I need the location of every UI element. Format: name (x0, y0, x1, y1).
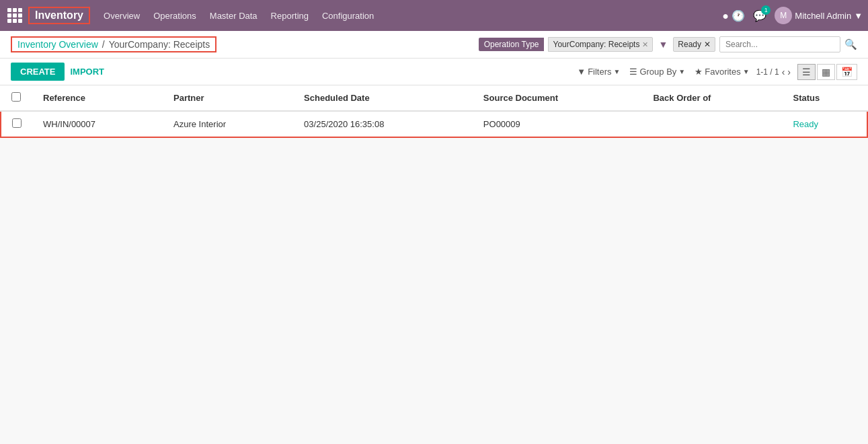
chat-badge: 1 (761, 5, 771, 15)
nav-links: Overview Operations Master Data Reportin… (104, 11, 722, 21)
calendar-view-button[interactable]: 📅 (836, 64, 857, 80)
search-button[interactable]: 🔍 (844, 38, 857, 50)
user-dropdown-icon: ▼ (854, 11, 863, 21)
grid-icon (7, 8, 22, 23)
favorites-caret: ▼ (743, 68, 750, 75)
nav-overview[interactable]: Overview (104, 11, 140, 21)
filter-bar: Operation Type YourCompany: Receipts ✕ ▼… (479, 36, 857, 52)
cell-reference: WH/IN/00007 (32, 111, 163, 137)
table-body: WH/IN/00007 Azure Interior 03/25/2020 16… (1, 111, 867, 137)
chat-icon[interactable]: 💬 1 (753, 9, 766, 22)
col-reference: Reference (32, 85, 163, 111)
group-by-label: Group By (639, 67, 676, 77)
favorites-icon: ★ (695, 67, 703, 77)
navbar: Inventory Overview Operations Master Dat… (0, 0, 868, 31)
operation-type-label: Operation Type (479, 38, 545, 51)
filters-label: Filters (588, 67, 611, 77)
table-row[interactable]: WH/IN/00007 Azure Interior 03/25/2020 16… (1, 111, 867, 137)
cell-partner: Azure Interior (163, 111, 293, 137)
nav-operations[interactable]: Operations (153, 11, 196, 21)
cell-back-order-of (642, 111, 782, 137)
kanban-view-button[interactable]: ▦ (817, 64, 835, 80)
search-input[interactable] (719, 36, 840, 52)
breadcrumb-separator: / (102, 39, 105, 50)
pagination: 1-1 / 1 ‹ › (756, 67, 791, 77)
cell-scheduled-date: 03/25/2020 16:35:08 (293, 111, 473, 137)
avatar: M (775, 7, 792, 24)
ready-tag-text: Ready (678, 40, 701, 49)
next-page-button[interactable]: › (787, 67, 791, 77)
app-title[interactable]: Inventory (28, 7, 90, 24)
favorites-label: Favorites (705, 67, 740, 77)
breadcrumb-link[interactable]: Inventory Overview (17, 39, 98, 50)
receipts-tag-text: YourCompany: Receipts (553, 40, 639, 49)
cell-status: Ready (782, 111, 867, 137)
receipts-filter-tag[interactable]: YourCompany: Receipts ✕ (548, 37, 653, 52)
select-all-checkbox[interactable] (11, 92, 21, 102)
toolbar: CREATE IMPORT ▼ Filters ▼ ☰ Group By ▼ ★… (0, 59, 868, 85)
col-partner: Partner (163, 85, 293, 111)
view-icons: ☰ ▦ 📅 (797, 64, 857, 80)
filter-group: ▼ Filters ▼ ☰ Group By ▼ ★ Favorites ▼ (577, 67, 749, 77)
prev-page-button[interactable]: ‹ (782, 67, 785, 77)
username: Mitchell Admin (795, 11, 851, 21)
table-container: Reference Partner Scheduled Date Source … (0, 85, 868, 138)
row-checkbox[interactable] (12, 118, 22, 128)
list-view-button[interactable]: ☰ (797, 64, 816, 80)
nav-master-data[interactable]: Master Data (210, 11, 258, 21)
favorites-dropdown[interactable]: ★ Favorites ▼ (695, 67, 749, 77)
toolbar-right: ▼ Filters ▼ ☰ Group By ▼ ★ Favorites ▼ 1… (577, 64, 857, 80)
apps-menu-icon[interactable] (5, 6, 24, 25)
create-button[interactable]: CREATE (11, 63, 65, 81)
nav-reporting[interactable]: Reporting (271, 11, 309, 21)
records-table: Reference Partner Scheduled Date Source … (0, 85, 868, 138)
col-source-document: Source Document (473, 85, 643, 111)
row-checkbox-cell (1, 111, 32, 137)
col-back-order-of: Back Order of (642, 85, 782, 111)
receipts-close-icon[interactable]: ✕ (642, 40, 648, 49)
import-button[interactable]: IMPORT (70, 67, 104, 77)
groupby-icon: ☰ (629, 67, 637, 77)
nav-configuration[interactable]: Configuration (322, 11, 374, 21)
subheader: Inventory Overview / YourCompany: Receip… (0, 31, 868, 59)
group-by-caret: ▼ (678, 68, 685, 75)
group-by-dropdown[interactable]: ☰ Group By ▼ (629, 67, 685, 77)
ready-close-icon[interactable]: ✕ (704, 40, 711, 49)
cell-source-document: PO00009 (473, 111, 643, 137)
col-scheduled-date: Scheduled Date (293, 85, 473, 111)
header-checkbox-cell (1, 85, 32, 111)
filter-icon: ▼ (658, 39, 668, 50)
table-header: Reference Partner Scheduled Date Source … (1, 85, 867, 111)
col-status: Status (782, 85, 867, 111)
ready-filter-tag[interactable]: Ready ✕ (673, 37, 715, 52)
avatar-initials: M (780, 11, 787, 20)
user-menu[interactable]: M Mitchell Admin ▼ (775, 7, 863, 24)
filters-icon: ▼ (577, 67, 586, 77)
breadcrumb-current: YourCompany: Receipts (109, 39, 210, 50)
clock-icon[interactable]: ● 🕐 (722, 9, 745, 22)
filters-caret: ▼ (614, 68, 621, 75)
pagination-text: 1-1 / 1 (756, 67, 779, 77)
breadcrumb: Inventory Overview / YourCompany: Receip… (11, 36, 216, 52)
nav-right: ● 🕐 💬 1 M Mitchell Admin ▼ (722, 7, 863, 24)
toolbar-left: CREATE IMPORT (11, 63, 104, 81)
filters-dropdown[interactable]: ▼ Filters ▼ (577, 67, 620, 77)
